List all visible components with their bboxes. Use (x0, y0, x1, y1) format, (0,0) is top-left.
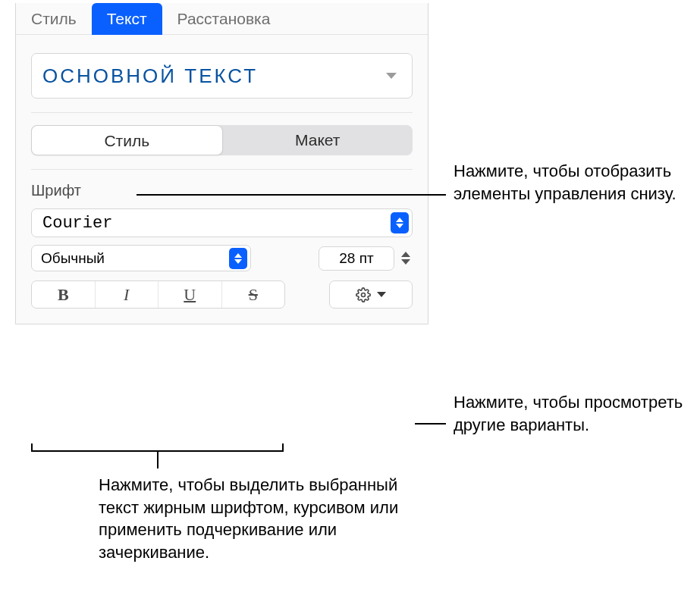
underline-button[interactable]: U (159, 281, 222, 308)
font-family-picker[interactable]: Courier (31, 208, 413, 237)
callout-more-options: Нажмите, чтобы просмотреть другие вариан… (454, 391, 700, 436)
paragraph-style-picker[interactable]: ОСНОВНОЙ ТЕКСТ (31, 53, 413, 99)
tab-text[interactable]: Текст (92, 3, 162, 35)
font-section-label: Шрифт (31, 182, 413, 199)
svg-point-0 (362, 293, 366, 296)
chevron-down-icon (386, 73, 397, 79)
callout-bius: Нажмите, чтобы выделить выбранный текст … (99, 474, 417, 564)
font-size-field[interactable]: 28 пт (319, 246, 394, 271)
divider (31, 169, 413, 170)
font-size-control: 28 пт (319, 246, 413, 271)
tab-arrange[interactable]: Расстановка (162, 3, 286, 35)
font-size-stepper[interactable] (399, 246, 413, 271)
primary-tabs: Стиль Текст Расстановка (16, 3, 428, 35)
paragraph-style-label: ОСНОВНОЙ ТЕКСТ (42, 64, 258, 88)
dropdown-stepper-icon (229, 248, 247, 269)
bold-button[interactable]: B (32, 281, 96, 308)
callout-leader (415, 423, 446, 425)
font-face-value: Обычный (41, 250, 105, 267)
font-size-value: 28 пт (339, 250, 373, 267)
text-style-button-group: B I U S (31, 280, 285, 309)
subtab-style[interactable]: Стиль (31, 125, 223, 155)
dropdown-stepper-icon (391, 212, 409, 233)
subtabs-segmented: Стиль Макет (31, 125, 413, 155)
stepper-down-icon[interactable] (401, 259, 410, 265)
callout-subtabs: Нажмите, чтобы отобразить элементы управ… (454, 160, 700, 205)
font-family-value: Courier (42, 214, 112, 233)
more-options-button[interactable] (329, 280, 413, 309)
gear-icon (356, 287, 371, 302)
format-text-panel: Стиль Текст Расстановка ОСНОВНОЙ ТЕКСТ С… (15, 3, 428, 324)
chevron-down-icon (377, 292, 386, 297)
stepper-up-icon[interactable] (401, 252, 410, 257)
callout-leader (137, 194, 446, 196)
subtab-layout[interactable]: Макет (223, 125, 413, 155)
strikethrough-button[interactable]: S (222, 281, 285, 308)
font-face-picker[interactable]: Обычный (31, 245, 251, 271)
italic-button[interactable]: I (96, 281, 159, 308)
divider (31, 112, 413, 113)
tab-style[interactable]: Стиль (16, 3, 92, 35)
